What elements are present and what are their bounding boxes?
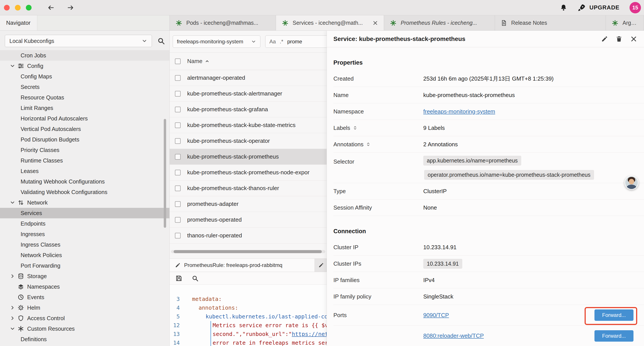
row-checkbox[interactable] bbox=[175, 233, 180, 239]
sidebar-item-limit-ranges[interactable]: Limit Ranges bbox=[0, 103, 170, 113]
ip-family-policy-value: SingleStack bbox=[423, 293, 453, 300]
horizontal-scrollbar[interactable] bbox=[171, 250, 325, 253]
kubeconfig-select[interactable]: Local Kubeconfigs bbox=[5, 35, 152, 47]
sort-ascending-icon[interactable] bbox=[204, 59, 210, 64]
row-checkbox[interactable] bbox=[175, 170, 180, 175]
port-link-8080[interactable]: 8080:reloader-web/TCP bbox=[423, 333, 484, 339]
tab-services-active[interactable]: Services - icecheng@math... bbox=[276, 15, 384, 30]
sidebar-item-mutating-webhook-configurations[interactable]: Mutating Webhook Configurations bbox=[0, 176, 170, 187]
service-row[interactable]: alertmanager-operated bbox=[170, 70, 326, 86]
forward-arrow-icon[interactable] bbox=[66, 4, 76, 11]
close-window-button[interactable] bbox=[4, 5, 10, 10]
service-row[interactable]: kube-prometheus-stack-alertmanager bbox=[170, 86, 326, 102]
upgrade-button[interactable]: UPGRADE bbox=[578, 3, 620, 12]
sidebar-item-leases[interactable]: Leases bbox=[0, 166, 170, 176]
labels-count[interactable]: 9 Labels bbox=[423, 125, 445, 131]
search-input[interactable]: Aa .* prome bbox=[265, 35, 326, 48]
sidebar-item-services[interactable]: Services bbox=[0, 208, 170, 218]
navigator-header-tab[interactable]: Navigator bbox=[0, 15, 37, 30]
sidebar-item-port-forwarding[interactable]: Port Forwarding bbox=[0, 260, 170, 271]
service-row[interactable]: kube-prometheus-stack-kube-state-metrics bbox=[170, 117, 326, 133]
row-checkbox[interactable] bbox=[175, 91, 180, 97]
row-label: Selector bbox=[334, 158, 354, 165]
row-checkbox[interactable] bbox=[175, 122, 180, 128]
name-column-header[interactable]: Name bbox=[187, 58, 202, 65]
sidebar-item-network-policies[interactable]: Network Policies bbox=[0, 250, 170, 260]
sidebar-item-vertical-pod-autoscalers[interactable]: Vertical Pod Autoscalers bbox=[0, 124, 170, 134]
row-checkbox[interactable] bbox=[175, 138, 180, 144]
sidebar-item-validating-webhook-configurations[interactable]: Validating Webhook Configurations bbox=[0, 187, 170, 197]
sidebar-item-endpoints[interactable]: Endpoints bbox=[0, 218, 170, 229]
search-icon[interactable] bbox=[157, 37, 165, 45]
scrollbar-thumb[interactable] bbox=[174, 250, 322, 253]
sidebar-item-horizontal-pod-autoscalers[interactable]: Horizontal Pod Autoscalers bbox=[0, 113, 170, 124]
search-icon[interactable] bbox=[192, 275, 198, 282]
tab-argo[interactable]: Argo Se bbox=[606, 15, 644, 30]
namespace-filter-select[interactable]: freeleaps-monitoring-system bbox=[173, 35, 260, 48]
search-value: prome bbox=[287, 38, 302, 45]
sidebar-group-custom-resources[interactable]: Custom Resources bbox=[0, 324, 170, 334]
forward-button-8080[interactable]: Forward... bbox=[594, 330, 634, 342]
delete-trash-icon[interactable] bbox=[616, 35, 622, 42]
expand-collapse-icon[interactable] bbox=[366, 141, 371, 148]
service-row[interactable]: kube-prometheus-stack-operator bbox=[170, 133, 326, 149]
sidebar-item-cron-jobs[interactable]: Cron Jobs bbox=[0, 50, 170, 61]
row-checkbox[interactable] bbox=[175, 107, 180, 112]
service-row[interactable]: kube-prometheus-stack-prometheus-node-ex… bbox=[170, 165, 326, 180]
select-all-checkbox[interactable] bbox=[175, 58, 180, 64]
sidebar-item-label: Mutating Webhook Configurations bbox=[20, 178, 105, 185]
kubernetes-icon bbox=[175, 19, 182, 26]
sidebar-item-config-maps[interactable]: Config Maps bbox=[0, 71, 170, 82]
match-case-toggle[interactable]: Aa bbox=[270, 38, 276, 45]
code-line: 4annotations: bbox=[170, 304, 326, 312]
tab-pods[interactable]: Pods - icecheng@mathmas... bbox=[170, 15, 276, 30]
sidebar-item-definitions[interactable]: Definitions bbox=[0, 334, 170, 345]
sidebar-group-helm[interactable]: Helm bbox=[0, 303, 170, 313]
regex-toggle[interactable]: .* bbox=[280, 38, 283, 45]
annotations-count[interactable]: 2 Annotations bbox=[423, 141, 458, 148]
tab-prometheus-rules[interactable]: Prometheus Rules - icecheng... bbox=[384, 15, 495, 30]
sidebar-item-ingress-classes[interactable]: Ingress Classes bbox=[0, 239, 170, 250]
row-checkbox[interactable] bbox=[175, 154, 180, 160]
edit-pencil-icon[interactable] bbox=[601, 35, 608, 42]
sidebar-item-runtime-classes[interactable]: Runtime Classes bbox=[0, 155, 170, 166]
service-row[interactable]: thanos-ruler-operated bbox=[170, 228, 326, 244]
sidebar-item-priority-classes[interactable]: Priority Classes bbox=[0, 145, 170, 155]
sidebar-item-ingresses[interactable]: Ingresses bbox=[0, 229, 170, 239]
minimize-window-button[interactable] bbox=[15, 5, 20, 10]
service-row[interactable]: kube-prometheus-stack-grafana bbox=[170, 102, 326, 117]
row-checkbox[interactable] bbox=[175, 201, 180, 207]
zoom-window-button[interactable] bbox=[26, 5, 32, 10]
notification-count-badge[interactable]: 15 bbox=[630, 2, 641, 13]
port-link-9090[interactable]: 9090/TCP bbox=[423, 312, 449, 319]
sidebar-item-pod-disruption-budgets[interactable]: Pod Disruption Budgets bbox=[0, 134, 170, 145]
row-checkbox[interactable] bbox=[175, 185, 180, 191]
sidebar-item-secrets[interactable]: Secrets bbox=[0, 82, 170, 92]
service-row[interactable]: prometheus-adapter bbox=[170, 196, 326, 212]
sidebar-group-storage[interactable]: Storage bbox=[0, 271, 170, 281]
sidebar-group-network[interactable]: Network bbox=[0, 197, 170, 208]
row-checkbox[interactable] bbox=[175, 75, 180, 81]
dock-tab-prometheusrule[interactable]: PrometheusRule: freeleaps-prod-rabbitmq bbox=[170, 259, 315, 272]
tab-release-notes[interactable]: Release Notes bbox=[495, 15, 606, 30]
user-avatar[interactable] bbox=[624, 176, 638, 190]
service-row[interactable]: kube-prometheus-stack-thanos-ruler bbox=[170, 180, 326, 196]
sidebar-item-namespaces[interactable]: Namespaces bbox=[0, 281, 170, 292]
close-drawer-icon[interactable] bbox=[630, 35, 638, 43]
namespace-link[interactable]: freeleaps-monitoring-system bbox=[423, 108, 495, 115]
sidebar-group-config[interactable]: Config bbox=[0, 61, 170, 71]
service-row[interactable]: prometheus-operated bbox=[170, 212, 326, 228]
expand-collapse-icon[interactable] bbox=[352, 125, 358, 131]
sidebar-scrollbar[interactable] bbox=[164, 119, 166, 228]
row-checkbox[interactable] bbox=[175, 217, 180, 223]
dock-tab-next[interactable] bbox=[315, 259, 326, 272]
close-tab-icon[interactable] bbox=[372, 20, 378, 26]
sidebar-item-resource-quotas[interactable]: Resource Quotas bbox=[0, 92, 170, 103]
yaml-editor[interactable]: 3metadata: 4annotations: 5kubectl.kubern… bbox=[170, 285, 326, 346]
sidebar-item-events[interactable]: Events bbox=[0, 292, 170, 303]
sidebar-group-access-control[interactable]: Access Control bbox=[0, 313, 170, 324]
save-icon[interactable] bbox=[175, 275, 182, 282]
service-row-selected[interactable]: kube-prometheus-stack-prometheus bbox=[170, 149, 326, 165]
notifications-bell-icon[interactable] bbox=[560, 4, 568, 11]
back-arrow-icon[interactable] bbox=[46, 4, 56, 11]
